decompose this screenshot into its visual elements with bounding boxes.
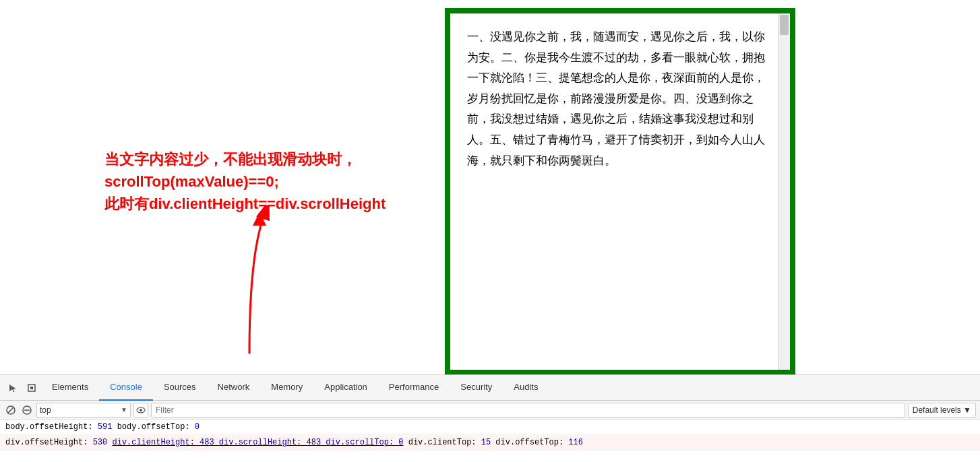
- tab-memory[interactable]: Memory: [260, 375, 313, 401]
- tab-console[interactable]: Console: [99, 375, 153, 401]
- tab-security[interactable]: Security: [450, 375, 503, 401]
- devtools-square-icon[interactable]: [22, 375, 41, 401]
- block-console-button[interactable]: [20, 403, 34, 417]
- tab-application[interactable]: Application: [313, 375, 378, 401]
- clear-console-button[interactable]: [4, 403, 18, 417]
- custom-formatters-button[interactable]: [133, 403, 148, 418]
- tab-audits[interactable]: Audits: [503, 375, 549, 401]
- context-selector-value: top: [40, 405, 118, 415]
- context-selector-arrow: ▼: [121, 406, 127, 414]
- content-text: 一、没遇见你之前，我，随遇而安，遇见你之后，我，以你为安。二、你是我今生渡不过的…: [450, 13, 790, 185]
- console-line-2: div.offsetHeight: 530 div.clientHeight: …: [0, 435, 980, 451]
- tab-elements[interactable]: Elements: [41, 375, 99, 401]
- scrollbar-thumb[interactable]: [780, 15, 789, 35]
- annotation-line2: scrollTop(maxValue)==0;: [104, 170, 435, 193]
- tab-performance[interactable]: Performance: [378, 375, 450, 401]
- svg-rect-3: [30, 387, 33, 389]
- svg-line-5: [8, 407, 13, 413]
- console-toolbar: top ▼ Default levels ▼: [0, 401, 980, 420]
- devtools-pointer-icon[interactable]: [3, 375, 22, 401]
- svg-point-9: [140, 409, 142, 411]
- devtools-panel: Elements Console Sources Network Memory …: [0, 374, 980, 462]
- div-properties-link[interactable]: div.clientHeight: 483 div.scrollHeight: …: [112, 436, 403, 449]
- console-output: body.offsetHeight: 591 body.offsetTop: 0…: [0, 420, 980, 462]
- red-arrow: [222, 205, 276, 374]
- context-selector[interactable]: top ▼: [36, 403, 131, 418]
- main-content-area: 当文字内容过少，不能出现滑动块时， scrollTop(maxValue)==0…: [0, 0, 980, 374]
- content-box: 一、没遇见你之前，我，随遇而安，遇见你之后，我，以你为安。二、你是我今生渡不过的…: [445, 8, 795, 375]
- svg-marker-1: [253, 212, 266, 226]
- tab-network[interactable]: Network: [207, 375, 261, 401]
- devtools-tabs-row: Elements Console Sources Network Memory …: [0, 375, 980, 401]
- scrollbar-track[interactable]: [778, 13, 790, 370]
- annotation-line1: 当文字内容过少，不能出现滑动块时，: [104, 148, 435, 170]
- console-line-1: body.offsetHeight: 591 body.offsetTop: 0: [0, 420, 980, 435]
- tab-sources[interactable]: Sources: [153, 375, 207, 401]
- log-level-selector[interactable]: Default levels ▼: [908, 403, 976, 418]
- console-filter-input[interactable]: [151, 403, 905, 418]
